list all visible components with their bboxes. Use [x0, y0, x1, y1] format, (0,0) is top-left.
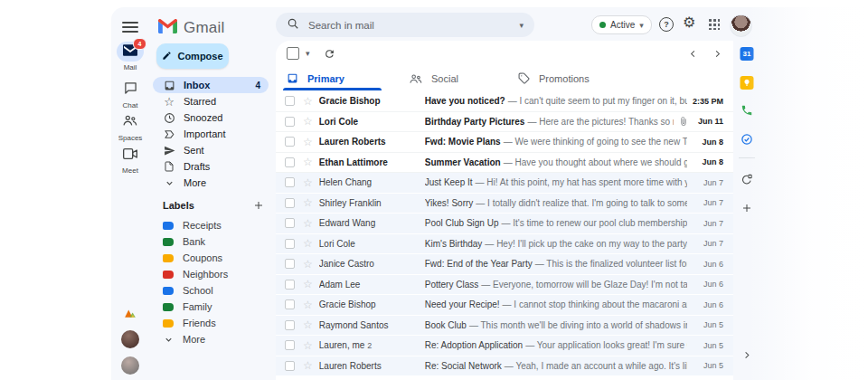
row-checkbox[interactable]: [285, 299, 295, 309]
help-button[interactable]: ?: [659, 17, 674, 32]
compose-button[interactable]: Compose: [156, 43, 229, 69]
email-row[interactable]: ☆ Lauren Roberts Re: Social Network— Yea…: [276, 356, 733, 377]
email-row[interactable]: ☆ Lauren, me2 Re: Adoption Application— …: [276, 336, 733, 356]
star-icon[interactable]: ☆: [303, 279, 313, 290]
voice-icon[interactable]: [741, 104, 753, 117]
row-checkbox[interactable]: [285, 177, 295, 187]
avatar[interactable]: [121, 356, 139, 375]
sidebar-item-sent[interactable]: Sent: [153, 142, 269, 158]
sidebar-label-coupons[interactable]: Coupons: [153, 250, 269, 266]
sidebar-label-bank[interactable]: Bank: [153, 233, 269, 250]
email-row[interactable]: ☆ Helen Chang Just Keep It— Hi! At this …: [276, 173, 733, 194]
star-icon[interactable]: ☆: [303, 360, 313, 371]
row-checkbox[interactable]: [285, 320, 295, 330]
row-checkbox[interactable]: [285, 361, 295, 371]
star-icon[interactable]: ☆: [303, 116, 313, 127]
search-options-icon[interactable]: ▾: [519, 21, 524, 30]
status-selector[interactable]: Active ▾: [591, 15, 652, 34]
star-icon[interactable]: ☆: [303, 340, 313, 351]
addon-icon[interactable]: [741, 174, 753, 185]
star-icon[interactable]: ☆: [303, 238, 313, 249]
rail-bottom: [111, 306, 149, 375]
gmail-logo: Gmail: [158, 19, 224, 37]
email-row[interactable]: ☆ Shirley Franklin Yikes! Sorry— I total…: [276, 194, 733, 214]
keep-icon[interactable]: [741, 76, 754, 90]
select-dropdown-icon[interactable]: ▾: [306, 49, 310, 58]
get-addons-button[interactable]: [741, 203, 752, 214]
sidebar-label-friends[interactable]: Friends: [153, 315, 269, 331]
row-checkbox[interactable]: [285, 198, 295, 208]
email-row[interactable]: ☆ Lori Cole Birthday Party Pictures— Her…: [276, 112, 733, 133]
star-icon[interactable]: ☆: [303, 96, 313, 107]
rail-item-meet[interactable]: Meet: [111, 145, 149, 175]
row-checkbox[interactable]: [285, 340, 295, 350]
row-checkbox[interactable]: [285, 239, 295, 249]
row-checkbox[interactable]: [285, 157, 295, 167]
refresh-icon[interactable]: [324, 48, 335, 60]
apps-button[interactable]: [708, 18, 720, 30]
main-menu-icon[interactable]: [122, 22, 138, 33]
calendar-icon[interactable]: 31: [741, 47, 754, 61]
sidebar-item-inbox[interactable]: Inbox 4: [153, 77, 269, 93]
tasks-icon[interactable]: [741, 133, 753, 146]
expand-panel-icon[interactable]: [742, 350, 752, 360]
tab-primary[interactable]: Primary: [287, 66, 344, 90]
app-rail: 4 Mail Chat Spaces Meet: [111, 7, 149, 380]
rail-item-chat[interactable]: Chat: [111, 80, 149, 109]
email-row[interactable]: ☆ Gracie Bishop Have you noticed?— I can…: [276, 91, 733, 112]
sidebar-item-snoozed[interactable]: Snoozed: [153, 109, 269, 126]
newer-page-icon[interactable]: [688, 49, 698, 59]
sidebar-labels-more[interactable]: More: [153, 331, 269, 347]
sidebar-item-drafts[interactable]: Drafts: [153, 158, 269, 175]
search-bar[interactable]: Search in mail ▾: [276, 13, 534, 37]
email-subject-snippet: Book Club— This month we'll be diving in…: [425, 320, 687, 330]
search-icon: [287, 17, 299, 33]
row-checkbox[interactable]: [285, 137, 295, 147]
sidebar-label-neighbors[interactable]: Neighbors: [153, 266, 269, 282]
side-panel-rail: 31: [733, 7, 760, 380]
email-row[interactable]: ☆ Lauren Roberts Fwd: Movie Plans— We we…: [276, 132, 733, 153]
sidebar-item-starred[interactable]: ☆ Starred: [153, 93, 269, 109]
row-checkbox[interactable]: [285, 218, 295, 228]
sidebar-item-more[interactable]: More: [153, 175, 269, 191]
row-checkbox[interactable]: [285, 117, 295, 127]
star-icon[interactable]: ☆: [303, 299, 313, 310]
email-row[interactable]: ☆ Ethan Lattimore Summer Vacation— Have …: [276, 153, 733, 174]
settings-button[interactable]: ⚙: [683, 15, 695, 30]
search-input[interactable]: Search in mail: [308, 20, 510, 31]
select-all-checkbox[interactable]: [287, 47, 299, 60]
sidebar-item-important[interactable]: Important: [153, 126, 269, 142]
email-row[interactable]: ☆ Gracie Bishop Need your Recipe!— I can…: [276, 295, 733, 316]
email-row[interactable]: ☆ Edward Wang Pool Club Sign Up— It's ti…: [276, 214, 733, 234]
rail-item-spaces[interactable]: Spaces: [111, 112, 149, 142]
email-row[interactable]: ☆ Lori Cole Kim's Birthday— Hey! I'll pi…: [276, 234, 733, 255]
sidebar-label-school[interactable]: School: [153, 282, 269, 299]
email-row[interactable]: ☆ Raymond Santos Book Club— This month w…: [276, 316, 733, 337]
email-sender: Adam Lee: [319, 280, 419, 290]
star-icon[interactable]: ☆: [303, 197, 313, 208]
add-label-button[interactable]: [253, 200, 264, 211]
star-icon[interactable]: ☆: [303, 259, 313, 270]
sidebar-label-receipts[interactable]: Receipts: [153, 217, 269, 233]
sidebar-label-family[interactable]: Family: [153, 299, 269, 315]
tab-promotions[interactable]: Promotions: [518, 66, 590, 90]
star-icon[interactable]: ☆: [303, 218, 313, 229]
email-date: Jun 8: [693, 138, 723, 147]
email-sender: Gracie Bishop: [319, 299, 419, 309]
tab-social[interactable]: Social: [410, 66, 458, 90]
older-page-icon[interactable]: [712, 49, 722, 59]
star-icon[interactable]: ☆: [303, 137, 313, 147]
email-row[interactable]: ☆ Janice Castro Fwd: End of the Year Par…: [276, 254, 733, 275]
row-checkbox[interactable]: [285, 96, 295, 106]
star-icon[interactable]: ☆: [303, 177, 313, 188]
star-icon[interactable]: ☆: [303, 157, 313, 167]
email-subject-snippet: Have you noticed?— I can't quite seem to…: [425, 96, 687, 106]
rail-item-mail[interactable]: 4 Mail: [111, 42, 149, 71]
star-icon[interactable]: ☆: [303, 319, 313, 330]
row-checkbox[interactable]: [285, 259, 295, 269]
email-date: Jun 6: [693, 300, 723, 309]
meet-icon: [123, 147, 137, 163]
email-row[interactable]: ☆ Adam Lee Pottery Class— Everyone, tomo…: [276, 275, 733, 296]
avatar[interactable]: [121, 330, 139, 348]
row-checkbox[interactable]: [285, 280, 295, 290]
